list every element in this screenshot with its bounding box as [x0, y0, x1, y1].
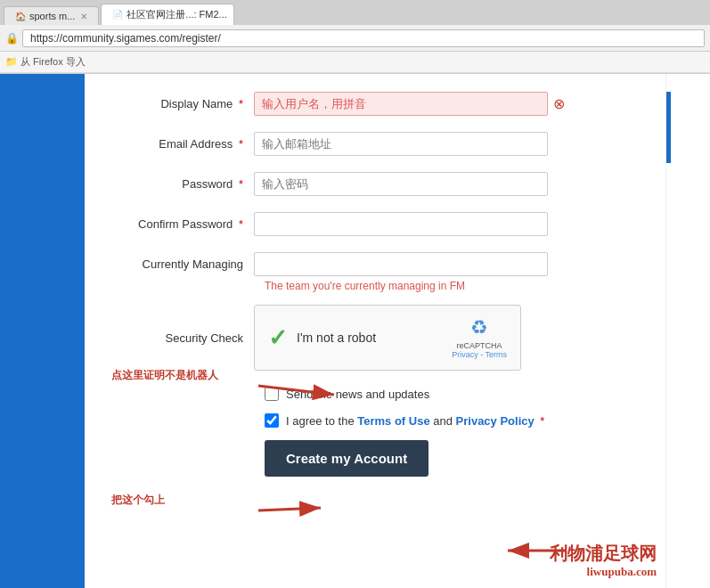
- confirm-password-label: Confirm Password *: [111, 217, 254, 231]
- privacy-link[interactable]: Privacy Policy: [456, 414, 535, 428]
- password-required-star: *: [239, 177, 243, 191]
- currently-managing-input[interactable]: [254, 252, 548, 276]
- terms-checkbox-row: I agree to the Terms of Use and Privacy …: [265, 413, 639, 428]
- left-sidebar: [0, 74, 85, 588]
- recaptcha-label: reCAPTCHA: [452, 341, 507, 350]
- currently-managing-label: Currently Managing: [111, 257, 254, 271]
- display-name-row: Display Name * ⊗: [111, 92, 639, 116]
- terms-required-star: *: [540, 414, 544, 428]
- display-name-label: Display Name *: [111, 97, 254, 110]
- tab-bar: 🏠 sports m... ✕ 📄 社区官网注册...: FM2... ✕: [0, 0, 710, 25]
- currently-managing-row: Currently Managing: [111, 252, 639, 276]
- browser-chrome: 🏠 sports m... ✕ 📄 社区官网注册...: FM2... ✕ 🔒 …: [0, 0, 710, 74]
- bookmark-item[interactable]: 📁 从 Firefox 导入: [5, 55, 86, 69]
- recaptcha-right: ♻ reCAPTCHA Privacy - Terms: [452, 316, 507, 359]
- news-checkbox-row: Send me news and updates: [265, 387, 639, 401]
- annotation-checkbox: 把这个勾上: [111, 493, 165, 508]
- email-label: Email Address *: [111, 137, 254, 151]
- tab-close-icon[interactable]: ✕: [80, 12, 87, 21]
- terms-checkbox-label: I agree to the Terms of Use and Privacy …: [286, 414, 544, 428]
- security-check-row: Security Check ✓ I'm not a robot ♻ reCAP…: [111, 305, 639, 371]
- address-bar-row: 🔒: [0, 25, 710, 52]
- security-check-label: Security Check: [111, 331, 254, 345]
- right-sidebar-bar: [666, 92, 671, 163]
- annotation-checkbox-text: 把这个勾上: [111, 494, 165, 506]
- managing-hint: The team you're currently managing in FM: [265, 280, 639, 292]
- watermark-line2: liwupuba.com: [550, 565, 657, 580]
- tab-label: sports m...: [29, 11, 75, 21]
- terms-link[interactable]: Terms of Use: [357, 414, 429, 428]
- tab-icon-active: 📄: [112, 10, 123, 20]
- svg-line-2: [258, 508, 321, 510]
- not-robot-text: I'm not a robot: [297, 331, 376, 345]
- watermark-line1: 利物浦足球网: [550, 542, 657, 565]
- confirm-password-row: Confirm Password *: [111, 212, 639, 236]
- password-label: Password *: [111, 177, 254, 191]
- tab-active-close-icon[interactable]: ✕: [233, 10, 235, 20]
- email-row: Email Address *: [111, 132, 639, 156]
- recaptcha-links[interactable]: Privacy - Terms: [452, 350, 507, 359]
- email-input[interactable]: [254, 132, 548, 156]
- tab-inactive[interactable]: 🏠 sports m... ✕: [4, 6, 99, 25]
- password-row: Password *: [111, 172, 639, 196]
- lock-icon: 🔒: [5, 32, 19, 45]
- address-bar-input[interactable]: [22, 29, 705, 47]
- bookmarks-bar: 📁 从 Firefox 导入: [0, 52, 710, 73]
- recaptcha-box[interactable]: ✓ I'm not a robot ♻ reCAPTCHA Privacy - …: [254, 305, 521, 371]
- tab-icon: 🏠: [15, 12, 26, 21]
- error-icon: ⊗: [553, 95, 565, 112]
- checkmark-icon: ✓: [268, 324, 288, 352]
- required-star: *: [239, 97, 243, 110]
- confirm-password-input[interactable]: [254, 212, 548, 236]
- tab-active[interactable]: 📄 社区官网注册...: FM2... ✕: [101, 4, 234, 25]
- terms-checkbox[interactable]: [265, 413, 279, 428]
- recaptcha-logo-icon: ♻: [452, 316, 507, 339]
- tab-active-label: 社区官网注册...: FM2...: [126, 8, 226, 21]
- email-required-star: *: [239, 137, 243, 151]
- news-checkbox-label: Send me news and updates: [286, 388, 429, 401]
- recaptcha-left: ✓ I'm not a robot: [268, 324, 376, 352]
- display-name-input[interactable]: [254, 92, 548, 116]
- bookmark-label: 从 Firefox 导入: [20, 55, 86, 69]
- watermark: 利物浦足球网 liwupuba.com: [550, 542, 657, 580]
- right-sidebar: [665, 74, 710, 588]
- folder-icon: 📁: [5, 56, 18, 68]
- page-content: Display Name * ⊗ Email Address * Passwor…: [0, 74, 710, 588]
- create-button-row: Create my Account: [111, 440, 639, 477]
- create-account-button[interactable]: Create my Account: [265, 440, 428, 477]
- news-checkbox[interactable]: [265, 387, 279, 401]
- confirm-required-star: *: [239, 217, 243, 231]
- main-content: Display Name * ⊗ Email Address * Passwor…: [85, 74, 665, 588]
- password-input[interactable]: [254, 172, 548, 196]
